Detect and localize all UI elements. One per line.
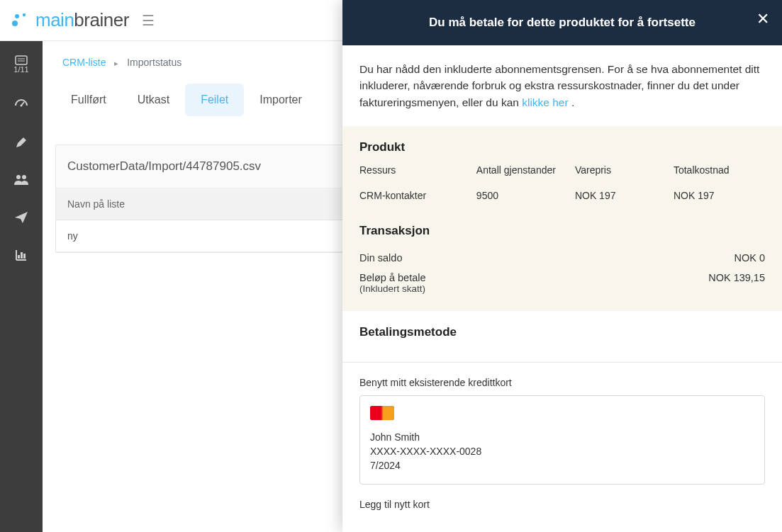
mastercard-icon [370,406,394,420]
svg-point-7 [21,105,23,107]
col-list-name: Navn på liste [56,188,350,220]
card-expiry: 7/2024 [370,460,754,471]
col-quantity: Antall gjenstander [476,164,568,181]
breadcrumb-current: Importstatus [127,57,181,68]
product-heading: Produkt [359,135,765,154]
pay-row: Beløp å betale (Inkludert skatt) NOK 139… [359,268,765,298]
modal-title: Du må betale for dette produktet for å f… [429,16,696,30]
col-total: Totalkostnad [674,164,765,181]
val-total: NOK 197 [674,186,765,205]
cell-list-name: ny [56,220,350,252]
payment-heading: Betalingsmetode [359,319,765,339]
modal-body: Du har nådd den inkluderte abonnementsgr… [342,45,782,532]
svg-rect-3 [16,56,27,64]
breadcrumb-sep-icon: ▸ [114,59,118,67]
transaction-heading: Transaksjon [359,218,765,238]
svg-point-2 [12,21,18,26]
payment-method-section: Betalingsmetode [342,311,782,362]
intro-link[interactable]: klikke her [522,96,568,108]
tab-failed[interactable]: Feilet [185,84,244,116]
balance-label: Din saldo [359,252,402,264]
balance-value: NOK 0 [734,252,765,264]
product-grid: Ressurs Antall gjenstander Varepris Tota… [359,164,765,205]
val-unit-price: NOK 197 [575,186,666,205]
logo: mainbrainer [11,9,129,31]
existing-card[interactable]: John Smith XXXX-XXXX-XXXX-0028 7/2024 [359,395,765,485]
sidebar-progress-text: 1/11 [0,65,43,74]
modal-intro: Du har nådd den inkluderte abonnementsgr… [342,45,782,126]
svg-point-8 [16,175,21,179]
sidebar: 1/11 [0,41,43,532]
tab-completed[interactable]: Fullført [55,84,122,116]
chart-icon[interactable] [0,247,43,261]
svg-rect-14 [23,254,26,259]
add-new-card-label: Legg til nytt kort [359,499,765,510]
users-icon[interactable] [0,171,43,186]
logo-text-a: main [35,9,74,31]
card-number: XXXX-XXXX-XXXX-0028 [370,446,754,457]
payment-modal: Du må betale for dette produktet for å f… [342,0,782,532]
existing-card-section: Benytt mitt eksisterende kredittkort Joh… [342,363,782,530]
modal-header: Du må betale for dette produktet for å f… [342,0,782,45]
send-icon[interactable] [0,209,43,224]
pay-sub: (Inkludert skatt) [359,283,426,294]
logo-dots-icon [11,12,31,29]
val-quantity: 9500 [476,186,568,205]
pay-value: NOK 139,15 [708,272,765,294]
svg-point-1 [23,13,26,16]
product-section: Produkt Ressurs Antall gjenstander Varep… [342,126,782,218]
card-holder: John Smith [370,431,754,443]
val-resource: CRM-kontakter [359,186,469,205]
close-icon[interactable]: ✕ [756,11,769,27]
sidebar-progress[interactable]: 1/11 [0,55,43,74]
logo-text-b: brainer [74,9,128,31]
col-resource: Ressurs [359,164,469,181]
svg-rect-13 [21,252,23,259]
dashboard-icon[interactable] [0,96,43,111]
menu-toggle-icon[interactable]: ☰ [142,12,155,29]
transaction-section: Transaksjon Din saldo NOK 0 Beløp å beta… [342,218,782,311]
pay-label: Beløp å betale [359,272,426,283]
intro-after: . [569,96,575,108]
edit-icon[interactable] [0,134,43,149]
col-unit-price: Varepris [575,164,666,181]
tab-import[interactable]: Importer [244,84,318,116]
existing-card-label: Benytt mitt eksisterende kredittkort [359,377,765,388]
svg-point-9 [22,175,26,179]
tab-draft[interactable]: Utkast [122,84,185,116]
svg-point-0 [15,14,19,18]
breadcrumb-crm-list[interactable]: CRM-liste [62,57,106,68]
balance-row: Din saldo NOK 0 [359,248,765,268]
pay-label-wrap: Beløp å betale (Inkludert skatt) [359,272,426,294]
svg-rect-12 [18,255,20,259]
